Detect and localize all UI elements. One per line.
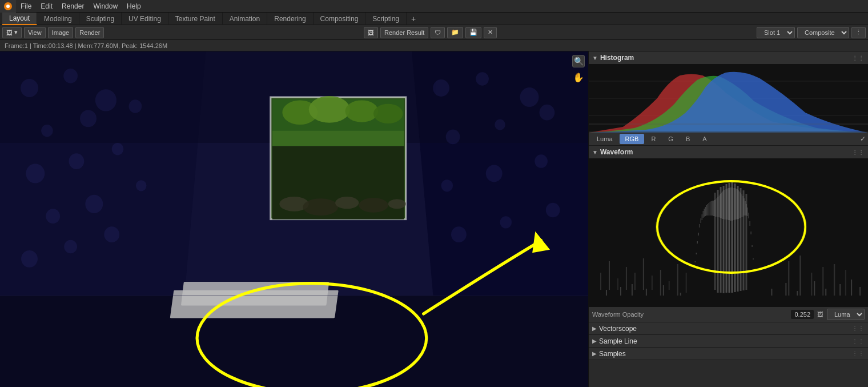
zoom-icon: 🔍	[574, 57, 584, 66]
vectorscope-dots[interactable]: ⋮⋮	[852, 325, 865, 332]
svg-rect-153	[814, 281, 815, 296]
histogram-chart	[589, 64, 868, 133]
svg-rect-126	[733, 188, 734, 220]
svg-rect-150	[771, 289, 772, 296]
svg-rect-122	[729, 188, 729, 220]
render-viewer[interactable]: 🔍 ✋	[0, 51, 588, 387]
svg-rect-146	[632, 284, 633, 296]
shield-button[interactable]: 🛡	[431, 27, 445, 38]
waveform-opacity-value[interactable]: 0.252	[791, 310, 814, 319]
render-result-label[interactable]: Render Result	[380, 27, 428, 38]
hist-tab-r[interactable]: R	[645, 134, 661, 144]
waveform-mode-selector[interactable]: Luma	[827, 309, 865, 320]
menu-edit[interactable]: Edit	[36, 0, 57, 13]
histogram-menu-dots[interactable]: ⋮⋮	[852, 55, 865, 61]
svg-rect-94	[697, 241, 698, 244]
add-workspace-button[interactable]: +	[407, 13, 420, 25]
histogram-check[interactable]: ✓	[860, 135, 866, 143]
main-content: 🔍 ✋ ▼ Histogram ⋮⋮	[0, 51, 868, 387]
svg-rect-72	[686, 273, 687, 293]
svg-rect-87	[811, 273, 812, 296]
zoom-tool[interactable]: 🔍	[572, 55, 585, 67]
svg-rect-88	[822, 267, 823, 296]
blender-logo[interactable]	[0, 0, 16, 13]
menu-render[interactable]: Render	[57, 0, 89, 13]
waveform-header[interactable]: ▼ Waveform ⋮⋮	[589, 146, 868, 158]
menu-file[interactable]: File	[16, 0, 36, 13]
render-menu[interactable]: Render	[75, 27, 104, 38]
svg-rect-129	[737, 189, 737, 219]
svg-rect-124	[731, 187, 732, 221]
svg-rect-62	[600, 273, 601, 290]
vectorscope-title: Vectorscope	[599, 325, 637, 333]
hand-tool[interactable]: ✋	[572, 71, 585, 83]
sample-line-dots[interactable]: ⋮⋮	[852, 338, 865, 344]
samples-expand-icon: ▶	[592, 350, 597, 357]
vectorscope-expand-icon: ▶	[592, 325, 597, 332]
close-render-button[interactable]: ✕	[484, 27, 497, 38]
svg-rect-113	[719, 196, 720, 217]
hist-tab-b[interactable]: B	[680, 134, 696, 144]
svg-rect-96	[700, 224, 700, 228]
hist-tab-luma[interactable]: Luma	[591, 134, 618, 144]
histogram-header[interactable]: ▼ Histogram ⋮⋮	[589, 51, 868, 64]
tab-texture-paint[interactable]: Texture Paint	[168, 13, 223, 25]
samples-dots[interactable]: ⋮⋮	[852, 350, 865, 357]
status-bar: Frame:1 | Time:00:13.48 | Mem:777.60M, P…	[0, 40, 868, 51]
svg-rect-64	[617, 278, 618, 290]
tab-scripting[interactable]: Scripting	[365, 13, 407, 25]
save-copy-button[interactable]: 📁	[447, 27, 463, 38]
svg-rect-133	[741, 194, 742, 217]
waveform-icon: 🖼	[817, 311, 823, 318]
samples-title: Samples	[599, 350, 626, 358]
svg-rect-135	[744, 198, 744, 216]
composite-selector[interactable]: Composite	[797, 27, 849, 38]
menu-help[interactable]: Help	[122, 0, 146, 13]
svg-rect-149	[680, 293, 681, 296]
svg-rect-66	[634, 273, 636, 290]
hist-tab-g[interactable]: G	[662, 134, 679, 144]
menu-window[interactable]: Window	[89, 0, 122, 13]
svg-rect-99	[703, 211, 704, 218]
waveform-section: ▼ Waveform ⋮⋮	[589, 146, 868, 322]
more-options-button[interactable]: ⋮	[851, 27, 866, 38]
vectorscope-section[interactable]: ▶ Vectorscope ⋮⋮	[589, 322, 868, 335]
svg-rect-104	[709, 203, 709, 216]
tab-animation[interactable]: Animation	[223, 13, 267, 25]
hist-tab-a[interactable]: A	[697, 134, 712, 144]
slot-selector[interactable]: Slot 1	[757, 27, 795, 38]
right-panel: ▼ Histogram ⋮⋮	[588, 51, 868, 387]
view-menu[interactable]: View	[24, 27, 46, 38]
editor-type-selector[interactable]: 🖼 ▾	[2, 27, 22, 38]
svg-rect-98	[702, 214, 702, 220]
tab-layout[interactable]: Layout	[2, 13, 37, 25]
svg-rect-118	[725, 190, 725, 220]
svg-rect-103	[708, 204, 708, 216]
svg-rect-142	[752, 245, 752, 247]
svg-rect-132	[740, 193, 741, 218]
svg-rect-92	[695, 261, 696, 262]
waveform-title: Waveform	[600, 148, 633, 156]
histogram-section: ▼ Histogram ⋮⋮	[589, 51, 868, 146]
svg-rect-116	[722, 191, 723, 219]
render-source-icon[interactable]: 🖼	[364, 27, 378, 38]
waveform-opacity-label: Waveform Opacity	[592, 311, 787, 318]
samples-section[interactable]: ▶ Samples ⋮⋮	[589, 348, 868, 360]
waveform-menu-dots[interactable]: ⋮⋮	[852, 149, 865, 155]
editor-type-dropdown: ▾	[14, 29, 18, 36]
tab-uv-editing[interactable]: UV Editing	[122, 13, 168, 25]
svg-rect-89	[834, 264, 835, 296]
image-menu[interactable]: Image	[48, 27, 74, 38]
tab-modeling[interactable]: Modeling	[37, 13, 79, 25]
render-to-file-button[interactable]: 💾	[465, 27, 481, 38]
tab-rendering[interactable]: Rendering	[267, 13, 313, 25]
sample-line-section[interactable]: ▶ Sample Line ⋮⋮	[589, 335, 868, 348]
header-bar: 🖼 ▾ View Image Render 🖼 Render Result 🛡 …	[0, 25, 868, 40]
tab-sculpting[interactable]: Sculpting	[79, 13, 122, 25]
svg-rect-108	[713, 201, 714, 216]
svg-rect-119	[726, 189, 726, 220]
hist-tab-rgb[interactable]: RGB	[620, 134, 645, 144]
tab-compositing[interactable]: Compositing	[314, 13, 366, 25]
svg-rect-90	[845, 270, 846, 296]
histogram-tabs: Luma RGB R G B A ✓	[589, 133, 868, 145]
